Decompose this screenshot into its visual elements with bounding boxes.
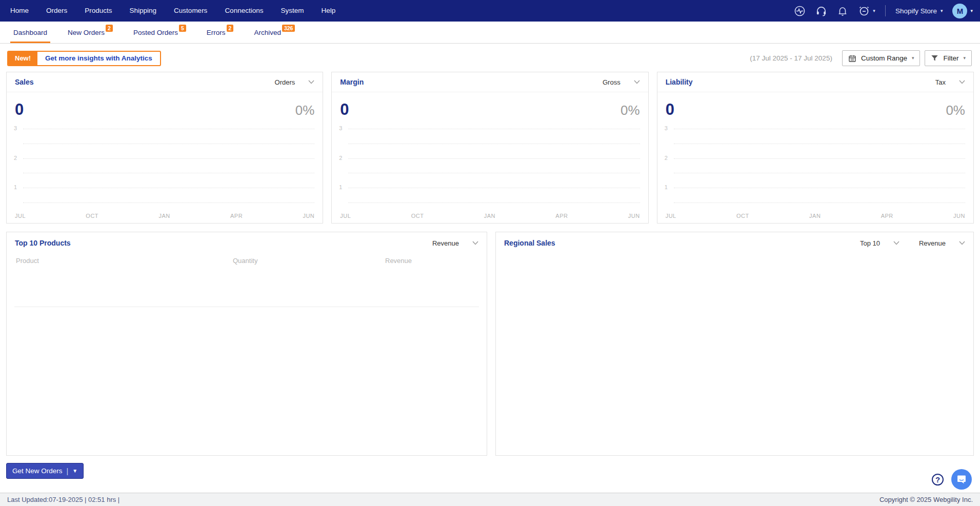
nav-item-home[interactable]: Home — [7, 0, 37, 22]
column-header-revenue: Revenue — [385, 257, 477, 265]
help-icon[interactable]: ? — [932, 474, 944, 485]
x-tick-label: JUL — [340, 213, 351, 219]
x-tick-label: JAN — [158, 213, 170, 219]
gridline — [23, 188, 314, 188]
chevron-down-icon — [634, 80, 640, 84]
gridline — [674, 203, 965, 203]
sales-metric-dropdown[interactable]: Orders — [275, 78, 315, 86]
tab-archived[interactable]: Archived 326 — [248, 22, 301, 43]
sales-card-title: Sales — [15, 78, 34, 86]
chat-launcher-icon[interactable] — [951, 469, 972, 490]
top-products-metric-label: Revenue — [432, 239, 459, 247]
regional-sales-card: Regional Sales Top 10 Revenue — [495, 232, 974, 456]
x-tick-label: APR — [555, 213, 568, 219]
gridline — [674, 158, 965, 159]
gridline — [23, 129, 314, 129]
x-axis-labels: JUL OCT JAN APR JUN — [15, 213, 314, 219]
nav-item-customers[interactable]: Customers — [165, 0, 216, 22]
analytics-promo-label: Get more insights with Analytics — [37, 52, 160, 65]
y-tick-label: 3 — [339, 125, 342, 131]
filter-label: Filter — [943, 54, 958, 62]
top-products-table-header: Product Quantity Revenue — [7, 252, 487, 270]
user-menu[interactable]: M ▾ — [952, 4, 973, 18]
filter-dropdown[interactable]: Filter ▾ — [925, 50, 972, 66]
errors-count-badge: 2 — [227, 25, 234, 32]
tab-errors[interactable]: Errors 2 — [201, 22, 240, 43]
headset-icon[interactable] — [815, 5, 827, 17]
x-tick-label: JUL — [666, 213, 676, 219]
floating-helpers: ? — [932, 469, 972, 490]
x-axis-labels: JUL OCT JAN APR JUN — [666, 213, 965, 219]
top-products-metric-dropdown[interactable]: Revenue — [432, 239, 478, 247]
y-tick-label: 1 — [665, 184, 668, 190]
chevron-down-icon — [959, 241, 965, 245]
sales-card: Sales Orders 0 0% 3 2 1 JUL OCT JAN AP — [6, 72, 323, 224]
analytics-promo-button[interactable]: New! Get more insights with Analytics — [7, 51, 161, 66]
margin-card: Margin Gross 0 0% 3 2 1 JUL OCT JAN AP — [331, 72, 648, 224]
x-tick-label: JUN — [953, 213, 965, 219]
gridline — [23, 173, 314, 173]
gridline — [348, 144, 639, 144]
x-tick-label: JAN — [484, 213, 495, 219]
calendar-icon — [848, 54, 856, 63]
gridline — [674, 173, 965, 173]
gridline — [674, 188, 965, 188]
tab-posted-orders[interactable]: Posted Orders 5 — [127, 22, 192, 43]
x-tick-label: APR — [881, 213, 893, 219]
nav-item-shipping[interactable]: Shipping — [121, 0, 166, 22]
chevron-down-icon — [893, 241, 899, 245]
x-tick-label: JUN — [628, 213, 640, 219]
chevron-down-icon — [308, 80, 314, 84]
sales-percent: 0% — [295, 103, 315, 118]
regional-metric-dropdown[interactable]: Revenue — [919, 239, 965, 247]
tab-dashboard[interactable]: Dashboard — [7, 22, 53, 43]
x-tick-label: JUL — [15, 213, 26, 219]
nav-item-system[interactable]: System — [272, 0, 312, 22]
column-header-quantity: Quantity — [233, 257, 385, 265]
chevron-down-icon: ▾ — [941, 9, 943, 13]
activity-icon[interactable] — [794, 5, 806, 17]
new-orders-count-badge: 2 — [106, 25, 113, 32]
margin-metric-dropdown[interactable]: Gross — [603, 78, 640, 86]
nav-item-products[interactable]: Products — [76, 0, 121, 22]
nav-item-connections[interactable]: Connections — [216, 0, 272, 22]
top-products-title: Top 10 Products — [15, 239, 71, 247]
avatar[interactable]: M — [952, 4, 967, 18]
table-divider — [14, 307, 479, 307]
liability-card-title: Liability — [666, 78, 693, 86]
user-menu-caret[interactable]: ▾ — [970, 9, 973, 13]
x-tick-label: APR — [230, 213, 243, 219]
chevron-down-icon — [959, 80, 965, 84]
dashboard-toolbar: New! Get more insights with Analytics (1… — [0, 44, 980, 72]
tab-new-orders-label: New Orders — [68, 29, 105, 36]
regional-metric-label: Revenue — [919, 239, 946, 247]
margin-metric-dropdown-label: Gross — [603, 78, 621, 86]
x-tick-label: OCT — [411, 213, 424, 219]
gridline — [348, 203, 639, 203]
get-new-orders-caret[interactable]: ▼ — [72, 469, 77, 474]
margin-value: 0 — [340, 100, 349, 119]
bottom-cards-row: Top 10 Products Revenue Product Quantity… — [6, 232, 974, 456]
regional-top10-dropdown[interactable]: Top 10 — [860, 239, 899, 247]
tab-errors-label: Errors — [207, 29, 226, 36]
last-updated-text: Last Updated:07-19-2025 | 02:51 hrs | — [7, 496, 119, 503]
get-new-orders-label: Get New Orders — [12, 467, 63, 475]
x-tick-label: JAN — [809, 213, 821, 219]
chevron-down-icon: ▾ — [912, 56, 914, 60]
filter-funnel-icon — [931, 54, 938, 62]
top-navbar: Home Orders Products Shipping Customers … — [0, 0, 980, 22]
store-selector-dropdown[interactable]: Shopify Store ▾ — [895, 7, 943, 15]
nav-item-help[interactable]: Help — [312, 0, 344, 22]
copyright-text: Copyright © 2025 Webgility Inc. — [879, 496, 973, 503]
get-new-orders-button[interactable]: Get New Orders | ▼ — [6, 463, 84, 479]
alarm-scheduler-icon[interactable]: ▾ — [858, 5, 875, 17]
custom-range-dropdown[interactable]: Custom Range ▾ — [842, 50, 921, 66]
liability-metric-dropdown[interactable]: Tax — [935, 78, 965, 86]
alarm-dropdown-caret[interactable]: ▾ — [873, 9, 875, 13]
gridline — [348, 129, 639, 129]
nav-item-orders[interactable]: Orders — [37, 0, 76, 22]
tab-new-orders[interactable]: New Orders 2 — [62, 22, 119, 43]
liability-percent: 0% — [946, 103, 965, 118]
bell-icon[interactable] — [837, 5, 848, 17]
y-tick-label: 1 — [14, 184, 17, 190]
